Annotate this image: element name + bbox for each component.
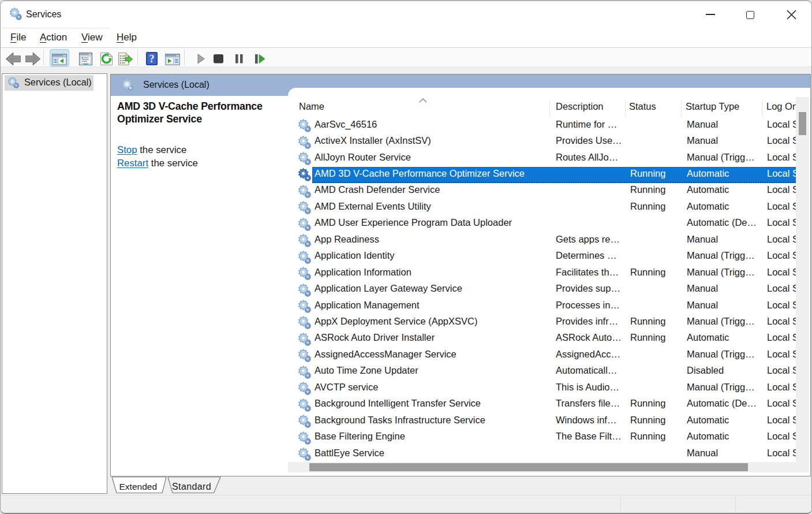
- svg-text:?: ?: [149, 53, 155, 65]
- svg-text:Standard: Standard: [172, 482, 211, 491]
- svg-text:Extended: Extended: [119, 482, 158, 491]
